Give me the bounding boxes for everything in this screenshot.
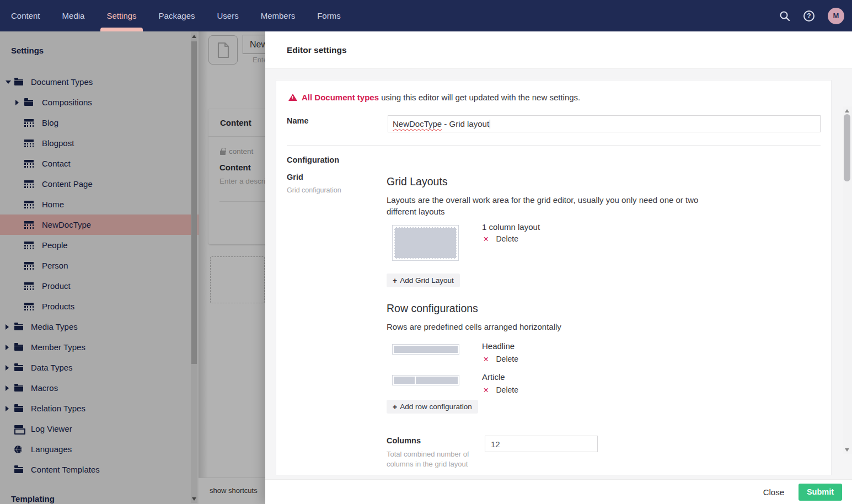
doctype-icon (24, 160, 34, 168)
show-shortcuts-link[interactable]: show shortcuts (210, 486, 258, 495)
grid-layout-preview[interactable] (392, 225, 459, 261)
folder-icon (14, 345, 23, 351)
row-cell (394, 377, 415, 384)
sidebar-item-media-types[interactable]: Media Types (0, 317, 199, 337)
sidebar-item-person[interactable]: Person (0, 255, 199, 276)
grid-layout-preview-area (394, 227, 457, 259)
grid-layout-name: 1 column layout (482, 222, 540, 232)
avatar[interactable]: M (828, 8, 844, 24)
row-configurations-description: Rows are predefined cells arranged horiz… (387, 321, 561, 333)
row-config-name: Headline (482, 341, 515, 351)
lock-icon (220, 151, 226, 155)
sidebar-item-newdoctype[interactable]: NewDocType (0, 215, 199, 235)
name-value-word: NewDocType (393, 119, 442, 128)
doctype-icon (24, 303, 34, 310)
divider (287, 145, 821, 146)
settings-tree: Document TypesCompositionsBlogBlogpostCo… (0, 72, 199, 480)
doctype-icon-picker[interactable] (208, 35, 238, 65)
nav-sections: ContentMediaSettingsPackagesUsersMembers… (0, 0, 352, 31)
nav-item-members[interactable]: Members (250, 0, 307, 31)
nav-item-content[interactable]: Content (0, 0, 51, 31)
chevron-right-icon[interactable] (6, 365, 9, 371)
plus-icon: + (393, 403, 397, 411)
close-button[interactable]: Close (763, 487, 784, 497)
editor-name-input[interactable]: NewDocType - Grid layout (388, 115, 821, 132)
modal-body: All Document types using this editor wil… (265, 69, 852, 479)
chevron-right-icon[interactable] (6, 324, 9, 330)
tab-content[interactable]: Content (220, 118, 251, 127)
plus-icon: + (393, 276, 397, 285)
modal-scrollbar[interactable] (843, 106, 852, 454)
chevron-right-icon[interactable] (6, 385, 9, 391)
folder-icon (24, 100, 33, 106)
delete-row-config-button[interactable]: ✕ Delete (483, 385, 518, 394)
sidebar-item-product[interactable]: Product (0, 276, 199, 296)
sidebar-item-log-viewer[interactable]: Log Viewer (0, 419, 199, 439)
warning-icon (288, 94, 297, 101)
sidebar-section-templating: Templating (11, 494, 55, 503)
sidebar-scrollbar[interactable] (191, 33, 197, 503)
tab-divider (208, 136, 275, 137)
columns-label: Columns (387, 436, 421, 445)
add-group-dropzone[interactable] (210, 256, 265, 303)
scroll-up-icon[interactable] (845, 109, 849, 112)
doctype-icon (24, 201, 34, 208)
sidebar-item-content-templates[interactable]: Content Templates (0, 459, 199, 480)
nav-item-forms[interactable]: Forms (306, 0, 352, 31)
delete-grid-layout-button[interactable]: ✕ Delete (483, 234, 518, 243)
grid-label: Grid (287, 173, 303, 181)
sidebar-item-content-page[interactable]: Content Page (0, 174, 199, 194)
submit-button[interactable]: Submit (799, 484, 842, 501)
grid-layouts-heading: Grid Layouts (387, 175, 448, 188)
sidebar-item-languages[interactable]: Languages (0, 439, 199, 459)
add-grid-layout-button[interactable]: + Add Grid Layout (387, 274, 460, 287)
sidebar-item-macros[interactable]: Macros (0, 378, 199, 398)
sidebar-scrollbar-thumb[interactable] (191, 41, 197, 364)
chevron-right-icon[interactable] (15, 100, 19, 105)
sidebar-item-home[interactable]: Home (0, 194, 199, 215)
doctype-icon (24, 242, 34, 249)
scroll-down-icon[interactable] (192, 497, 196, 501)
search-icon[interactable] (779, 10, 790, 22)
modal-header: Editor settings (265, 31, 852, 69)
chevron-down-icon[interactable] (6, 81, 11, 84)
scroll-down-icon[interactable] (845, 448, 849, 452)
folder-icon (14, 79, 23, 85)
delete-row-config-button[interactable]: ✕ Delete (483, 355, 518, 363)
folder-icon (14, 324, 23, 330)
sidebar-item-products[interactable]: Products (0, 296, 199, 317)
scroll-up-icon[interactable] (192, 35, 196, 38)
sidebar-item-relation-types[interactable]: Relation Types (0, 398, 199, 419)
columns-input[interactable] (485, 436, 598, 452)
nav-item-settings[interactable]: Settings (95, 0, 147, 31)
doctype-icon (24, 119, 34, 127)
modal-footer: Close Submit (265, 479, 852, 504)
chevron-right-icon[interactable] (6, 345, 9, 350)
doctype-editor-behind: New Enter Content content Content Enter … (199, 31, 265, 504)
row-cell (416, 377, 458, 384)
group-description-placeholder: Enter a descript (219, 177, 272, 185)
columns-help-line2: columns in the grid layout (387, 460, 468, 468)
nav-item-media[interactable]: Media (51, 0, 96, 31)
sidebar-item-document-types[interactable]: Document Types (0, 72, 199, 92)
folder-icon (14, 467, 23, 473)
row-config-preview-article[interactable] (392, 375, 459, 385)
nav-item-packages[interactable]: Packages (148, 0, 206, 31)
sidebar-item-blog[interactable]: Blog (0, 112, 199, 133)
add-row-configuration-button[interactable]: + Add row configuration (387, 400, 478, 414)
umbraco-backoffice: ContentMediaSettingsPackagesUsersMembers… (0, 0, 852, 504)
help-icon[interactable]: ? (803, 10, 815, 22)
modal-scrollbar-thumb[interactable] (844, 114, 850, 181)
sidebar-item-member-types[interactable]: Member Types (0, 337, 199, 357)
grid-layouts-description: Layouts are the overall work area for th… (387, 194, 704, 217)
sidebar-item-contact[interactable]: Contact (0, 153, 199, 174)
chevron-right-icon[interactable] (6, 406, 9, 411)
sidebar-item-compositions[interactable]: Compositions (0, 92, 199, 112)
group-title: Content (219, 163, 251, 172)
row-config-preview-headline[interactable] (392, 344, 459, 355)
sidebar-title: Settings (11, 46, 44, 55)
sidebar-item-blogpost[interactable]: Blogpost (0, 133, 199, 153)
sidebar-item-people[interactable]: People (0, 235, 199, 255)
sidebar-item-data-types[interactable]: Data Types (0, 357, 199, 378)
nav-item-users[interactable]: Users (206, 0, 249, 31)
